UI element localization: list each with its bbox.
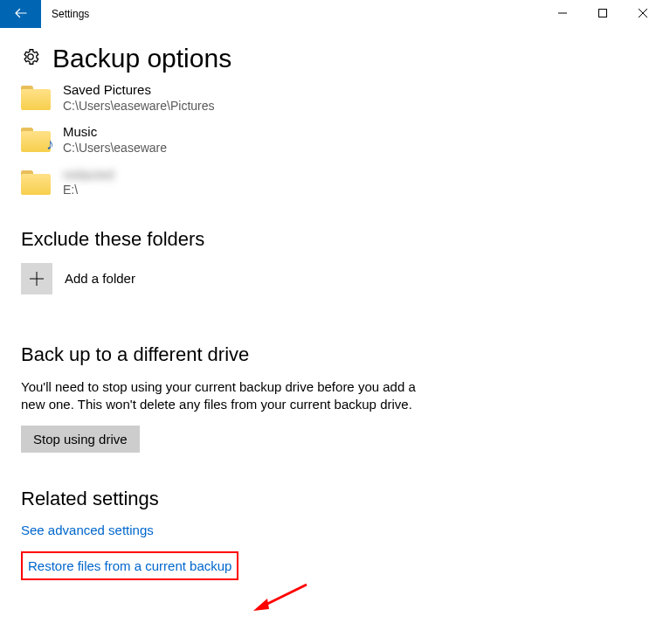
- see-advanced-settings-link[interactable]: See advanced settings: [21, 523, 642, 537]
- page-header: Backup options: [0, 28, 663, 73]
- page-title: Backup options: [52, 44, 231, 73]
- window-title: Settings: [41, 0, 542, 28]
- close-button[interactable]: [623, 0, 663, 28]
- folder-name: Music: [63, 124, 167, 141]
- annotation-highlight-box: Restore files from a current backup: [21, 551, 238, 580]
- folder-icon: [21, 86, 51, 110]
- plus-icon: [21, 263, 52, 294]
- gear-icon: [21, 47, 40, 70]
- exclude-heading: Exclude these folders: [21, 228, 642, 251]
- add-folder-label: Add a folder: [65, 271, 135, 286]
- maximize-button[interactable]: [583, 0, 623, 28]
- folder-item[interactable]: redacted E:\: [21, 162, 642, 204]
- different-drive-body: You'll need to stop using your current b…: [21, 378, 432, 414]
- folder-path: E:\: [63, 183, 114, 198]
- folder-item[interactable]: ♪ Music C:\Users\easeware: [21, 119, 642, 161]
- folder-path: C:\Users\easeware\Pictures: [63, 99, 215, 114]
- maximize-icon: [598, 8, 607, 20]
- related-settings-heading: Related settings: [21, 488, 642, 510]
- music-folder-icon: ♪: [21, 128, 51, 152]
- svg-rect-1: [599, 10, 607, 17]
- arrow-left-icon: [13, 5, 29, 24]
- folder-list: Saved Pictures C:\Users\easeware\Picture…: [21, 77, 642, 204]
- add-folder-button[interactable]: Add a folder: [21, 263, 642, 294]
- folder-name-redacted: redacted: [63, 167, 114, 184]
- restore-files-link[interactable]: Restore files from a current backup: [28, 558, 231, 573]
- stop-using-drive-button[interactable]: Stop using drive: [21, 426, 140, 453]
- back-button[interactable]: [0, 0, 41, 28]
- folder-name: Saved Pictures: [63, 82, 215, 99]
- different-drive-heading: Back up to a different drive: [21, 343, 642, 366]
- folder-item[interactable]: Saved Pictures C:\Users\easeware\Picture…: [21, 77, 642, 119]
- window-controls: [542, 0, 663, 28]
- minimize-button[interactable]: [542, 0, 583, 28]
- title-bar: Settings: [0, 0, 663, 28]
- close-icon: [639, 8, 647, 20]
- folder-path: C:\Users\easeware: [63, 141, 167, 156]
- minimize-icon: [558, 8, 567, 20]
- folder-icon: [21, 170, 51, 195]
